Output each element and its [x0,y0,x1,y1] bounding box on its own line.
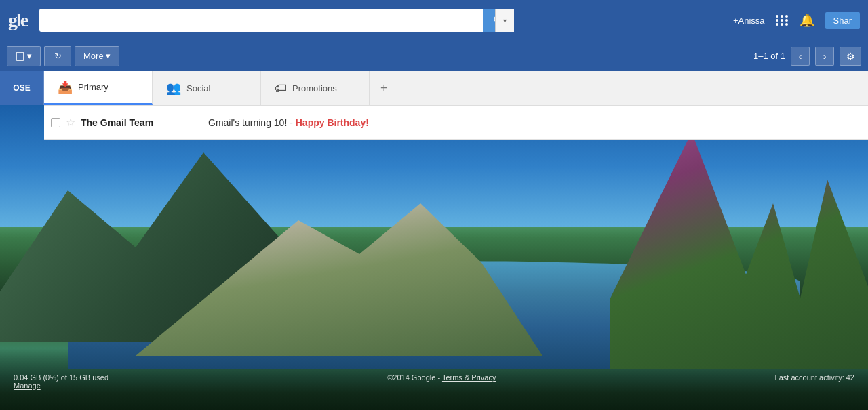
select-dropdown-arrow: ▾ [27,51,32,61]
close-label: OSE [13,83,30,93]
footer-activity: Last account activity: 42 [775,373,854,390]
user-name[interactable]: +Anissa [733,16,765,26]
storage-text: 0.04 GB (0%) of 15 GB used [14,373,108,382]
preview-text: - [287,117,295,128]
highlight-text: Happy Birthday! [296,117,369,128]
footer: 0.04 GB (0%) of 15 GB used Manage ©2014 … [0,373,868,390]
more-button[interactable]: More ▾ [75,46,119,66]
prev-page-button[interactable]: ‹ [791,47,810,66]
search-bar-wrapper: ▾ [39,9,514,32]
google-logo: gle [8,9,27,31]
google-bar: gle ▾ +Anissa 🔔 Shar [0,0,868,41]
activity-text: Last account activity: 42 [775,373,854,382]
email-row[interactable]: ☆ The Gmail Team Gmail's turning 10! - H… [44,106,868,140]
tab-social[interactable]: 👥 Social [153,71,261,105]
footer-copyright: ©2014 Google - Terms & Privacy [387,373,496,390]
refresh-button[interactable]: ↻ [44,46,71,66]
tabs-row: 📥 Primary 👥 Social 🏷 Promotions + [44,71,868,106]
search-dropdown-button[interactable]: ▾ [495,9,514,32]
email-sender: The Gmail Team [81,117,203,128]
notifications-icon[interactable]: 🔔 [800,13,814,28]
promotions-tab-label: Promotions [292,83,337,94]
primary-tab-icon: 📥 [58,80,73,95]
add-tab-button[interactable]: + [370,71,399,105]
footer-storage: 0.04 GB (0%) of 15 GB used Manage [14,373,108,390]
social-tab-label: Social [186,83,210,94]
social-tab-icon: 👥 [166,81,181,96]
toolbar: ▾ ↻ More ▾ 1–1 of 1 ‹ › ⚙ [0,41,868,71]
pagination: 1–1 of 1 ‹ › ⚙ [753,47,861,66]
tab-primary[interactable]: 📥 Primary [44,71,153,105]
search-input[interactable] [39,9,483,32]
google-bar-right: +Anissa 🔔 Shar [733,12,860,29]
email-checkbox[interactable] [51,118,60,127]
settings-button[interactable]: ⚙ [840,47,861,66]
share-button[interactable]: Shar [825,12,860,29]
select-checkbox [16,52,24,61]
pagination-count: 1–1 of 1 [753,51,785,61]
manage-link[interactable]: Manage [14,382,41,390]
copyright-text: ©2014 Google - [387,373,442,382]
subject-text: Gmail's turning 10! [208,117,287,128]
refresh-icon: ↻ [54,51,62,61]
primary-tab-label: Primary [78,82,108,92]
email-subject: Gmail's turning 10! - Happy Birthday! [208,117,861,128]
promotions-tab-icon: 🏷 [275,81,287,96]
close-sidebar-button[interactable]: OSE [0,71,44,105]
more-label: More ▾ [83,51,111,61]
terms-link[interactable]: Terms & Privacy [442,373,496,382]
apps-icon[interactable] [776,15,789,26]
next-page-button[interactable]: › [815,47,834,66]
select-all-button[interactable]: ▾ [7,46,41,66]
star-icon[interactable]: ☆ [66,116,75,129]
tab-promotions[interactable]: 🏷 Promotions [261,71,370,105]
main-area: OSE 📥 Primary 👥 Social 🏷 Promotions + ☆ … [0,71,868,140]
